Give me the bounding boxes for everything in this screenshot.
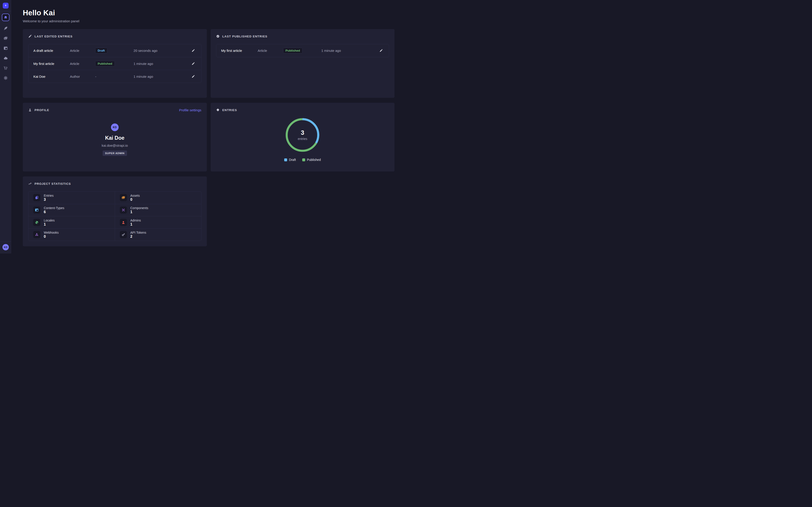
stat-label: API Tokens: [131, 231, 146, 234]
entry-time: 1 minute ago: [134, 74, 190, 78]
edit-entry-button[interactable]: [190, 47, 197, 54]
sidebar-item-media-library[interactable]: [2, 36, 9, 41]
globe-icon: [33, 219, 40, 226]
stat-entries: Entries 3: [29, 191, 115, 204]
sidebar-item-marketplace[interactable]: [2, 65, 9, 71]
table-row: A draft article Article Draft 20 seconds…: [29, 44, 201, 57]
stat-value: 0: [131, 198, 133, 202]
documents-icon: [33, 194, 40, 201]
entries-count-label: entries: [298, 137, 307, 140]
sidebar-item-home[interactable]: [2, 13, 9, 21]
sidebar-item-settings[interactable]: [2, 75, 9, 81]
published-swatch-icon: [302, 158, 305, 161]
feather-icon: [3, 26, 8, 31]
pencil-icon: [192, 62, 195, 65]
stat-value: 6: [44, 210, 46, 214]
stat-value: 1: [44, 222, 46, 226]
entry-title: My first article: [221, 49, 258, 53]
sidebar-item-content-manager[interactable]: [2, 26, 9, 31]
stat-label: Locales: [44, 219, 55, 222]
card-entries-chart: ENTRIES 3 entries: [211, 103, 395, 171]
pencil-icon: [192, 49, 195, 52]
edit-entry-button[interactable]: [190, 73, 197, 80]
status-badge: Published: [95, 61, 115, 66]
profile-avatar: KD: [111, 123, 119, 131]
entry-title: My first article: [33, 62, 70, 66]
stat-admins: Admins 1: [115, 216, 201, 228]
legend-item-published: Published: [302, 158, 321, 162]
stat-value: 0: [44, 235, 46, 238]
trend-up-icon: [28, 182, 32, 185]
pictures-icon: [120, 194, 127, 201]
layout-icon: [33, 207, 40, 214]
card-title: PROJECT STATISTICS: [35, 182, 71, 185]
profile-content: KD Kai Doe kai.doe@strapi.io SUPER ADMIN: [28, 123, 201, 156]
entries-chart: 3 entries Draft Published: [216, 116, 389, 162]
card-profile: PROFILE Profile settings KD Kai Doe kai.…: [23, 103, 207, 171]
card-stats-header: PROJECT STATISTICS: [28, 182, 201, 185]
sidebar: KD: [0, 0, 11, 253]
webhooks-icon: [33, 231, 40, 238]
person-icon: [28, 108, 32, 112]
sidebar-item-cloud[interactable]: [2, 55, 9, 61]
cloud-icon: [3, 56, 8, 60]
entry-time: 1 minute ago: [321, 49, 378, 53]
sidebar-item-content-type-builder[interactable]: [2, 46, 9, 51]
home-icon: [4, 15, 8, 19]
entries-count: 3: [301, 129, 304, 136]
app-root: KD Hello Kai Welcome to your administrat…: [0, 0, 406, 253]
card-title: LAST PUBLISHED ENTRIES: [222, 35, 267, 38]
stat-locales: Locales 1: [29, 216, 115, 228]
card-profile-header: PROFILE: [28, 108, 201, 112]
card-title: PROFILE: [35, 108, 49, 112]
stat-value: 1: [131, 222, 133, 226]
pencil-icon: [192, 75, 195, 78]
stat-value: 3: [44, 198, 46, 202]
profile-role-badge: SUPER ADMIN: [103, 151, 127, 156]
admin-user-icon: [120, 219, 127, 226]
sidebar-user-avatar[interactable]: KD: [2, 244, 9, 250]
strapi-logo[interactable]: [3, 3, 9, 9]
card-last-published-entries: LAST PUBLISHED ENTRIES My first article …: [211, 29, 395, 98]
edit-entry-button[interactable]: [377, 47, 384, 54]
status-badge: Published: [283, 48, 303, 53]
card-title: LAST EDITED ENTRIES: [35, 35, 72, 38]
stat-label: Content-Types: [44, 206, 64, 210]
stat-label: Assets: [131, 194, 140, 198]
table-row: My first article Article Published 1 min…: [29, 57, 201, 70]
components-icon: [120, 207, 127, 214]
stats-table: Entries 3 Assets 0 Conte: [28, 191, 201, 241]
stat-label: Admins: [131, 219, 141, 222]
last-edited-table: A draft article Article Draft 20 seconds…: [28, 44, 201, 83]
last-published-table: My first article Article Published 1 min…: [216, 44, 389, 57]
chart-legend: Draft Published: [284, 158, 321, 162]
legend-label: Draft: [289, 158, 296, 162]
status-empty: -: [95, 74, 134, 78]
strapi-logo-icon: [4, 4, 7, 7]
edit-entry-button[interactable]: [190, 60, 197, 67]
marketplace-cart-icon: [3, 66, 8, 70]
check-circle-icon: [216, 35, 220, 38]
table-row: My first article Article Published 1 min…: [216, 44, 389, 57]
draft-swatch-icon: [284, 158, 287, 161]
entry-type: Article: [70, 49, 95, 53]
card-project-statistics: PROJECT STATISTICS Entries 3: [23, 176, 207, 246]
card-entries-header: ENTRIES: [216, 108, 389, 112]
entry-type: Author: [70, 74, 95, 78]
pencil-icon: [28, 35, 32, 38]
donut-chart: 3 entries: [284, 116, 321, 154]
table-row: Kai Doe Author - 1 minute ago: [29, 70, 201, 83]
stat-label: Webhooks: [44, 231, 59, 234]
stat-components: Components 1: [115, 204, 201, 216]
card-last-edited-entries: LAST EDITED ENTRIES A draft article Arti…: [23, 29, 207, 98]
entry-time: 20 seconds ago: [134, 49, 190, 53]
profile-settings-link[interactable]: Profile settings: [179, 108, 201, 112]
media-library-icon: [3, 36, 8, 41]
key-icon: [120, 231, 127, 238]
entry-title: Kai Doe: [33, 74, 70, 78]
content-type-builder-icon: [3, 46, 8, 51]
card-last-edited-header: LAST EDITED ENTRIES: [28, 35, 201, 38]
stat-api-tokens: API Tokens 2: [115, 228, 201, 241]
legend-label: Published: [307, 158, 321, 162]
dashboard-grid: LAST EDITED ENTRIES A draft article Arti…: [23, 29, 395, 246]
